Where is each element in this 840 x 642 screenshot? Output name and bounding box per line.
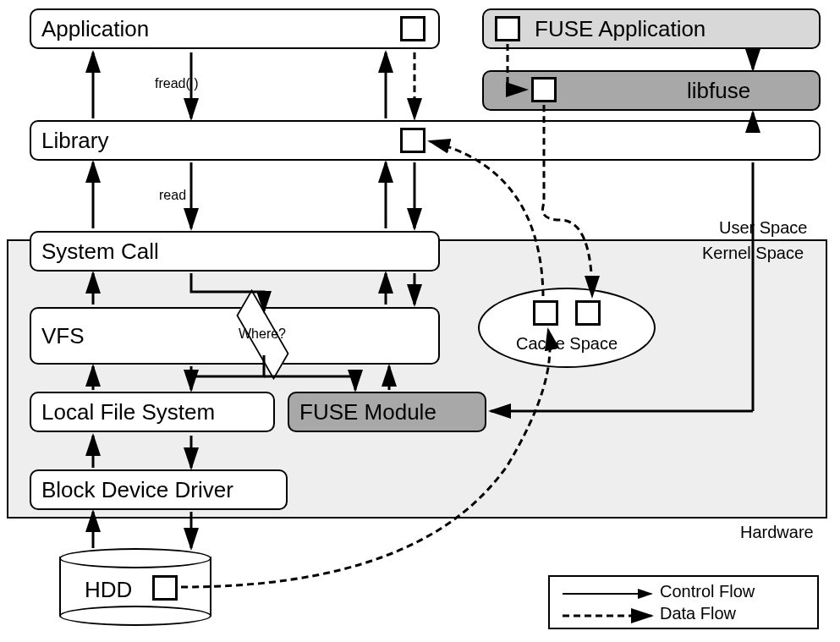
label-system-call: System Call bbox=[41, 239, 159, 265]
box-local-fs: Local File System bbox=[30, 392, 275, 432]
label-fuse-module: FUSE Module bbox=[299, 399, 436, 425]
box-block-driver: Block Device Driver bbox=[30, 469, 288, 510]
label-cache-space: Cache Space bbox=[516, 334, 618, 354]
small-square-fuse-app bbox=[495, 16, 520, 41]
label-hdd: HDD bbox=[85, 577, 132, 603]
label-read: read bbox=[159, 188, 186, 203]
legend-control-flow: Control Flow bbox=[660, 582, 755, 601]
label-fread: fread( ) bbox=[155, 76, 199, 91]
small-square-cache2 bbox=[575, 300, 601, 326]
small-square-libfuse bbox=[531, 77, 557, 102]
label-block-driver: Block Device Driver bbox=[41, 477, 233, 503]
box-fuse-module: FUSE Module bbox=[288, 392, 486, 432]
ellipse-cache-space bbox=[478, 288, 656, 368]
label-fuse-application: FUSE Application bbox=[535, 16, 705, 42]
small-square-library bbox=[400, 128, 425, 153]
box-fuse-application: FUSE Application bbox=[482, 8, 821, 49]
label-library: Library bbox=[41, 128, 108, 154]
legend: Control Flow Data Flow bbox=[548, 575, 819, 629]
small-square-cache1 bbox=[533, 300, 558, 326]
label-local-fs: Local File System bbox=[41, 399, 215, 425]
box-system-call: System Call bbox=[30, 231, 440, 272]
legend-data-flow: Data Flow bbox=[660, 604, 736, 623]
label-user-space: User Space bbox=[719, 218, 808, 238]
label-libfuse: libfuse bbox=[687, 78, 750, 104]
small-square-app bbox=[400, 16, 425, 41]
label-vfs: VFS bbox=[41, 323, 85, 349]
label-application: Application bbox=[41, 16, 149, 42]
small-square-hdd bbox=[152, 575, 178, 601]
diamond-where: Where? bbox=[211, 313, 313, 355]
hdd-cylinder: HDD bbox=[59, 548, 211, 624]
box-application: Application bbox=[30, 8, 440, 49]
label-where: Where? bbox=[211, 326, 313, 342]
label-hardware: Hardware bbox=[740, 523, 814, 542]
label-kernel-space: Kernel Space bbox=[702, 244, 804, 263]
